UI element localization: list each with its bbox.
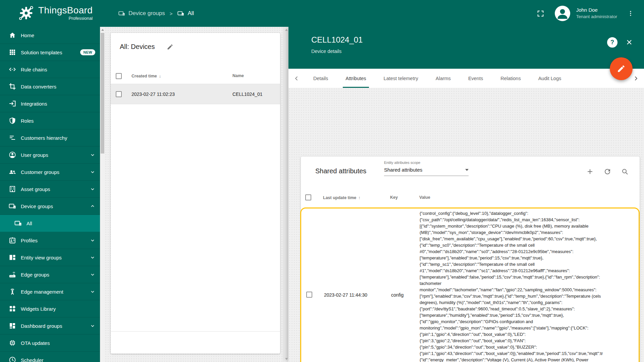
sidebar-item-device-groups-all[interactable]: All [0, 215, 100, 232]
sidebar-item-profiles[interactable]: Profiles [0, 232, 100, 249]
tab-details[interactable]: Details [305, 69, 337, 88]
attribute-last-update-time: 2023-02-27 11:44:30 [324, 292, 367, 298]
badge-icon [8, 236, 16, 244]
sidebar-item-solution-templates[interactable]: Solution templates NEW [0, 44, 100, 61]
breadcrumb-label: All [187, 10, 194, 17]
chevron-down-icon [90, 238, 95, 243]
row-checkbox[interactable] [116, 91, 122, 97]
fullscreen-icon[interactable] [536, 9, 545, 18]
edit-device-fab[interactable] [610, 57, 633, 80]
tab-latest-telemetry[interactable]: Latest telemetry [375, 69, 427, 88]
sidebar-item-entity-view-groups[interactable]: Entity view groups [0, 249, 100, 266]
sidebar-item-label: Data converters [21, 84, 95, 89]
scroll-up-arrow-icon[interactable] [285, 29, 288, 31]
breadcrumb-all[interactable]: All [177, 10, 194, 17]
chevron-down-icon [90, 272, 95, 277]
antenna-icon [8, 288, 16, 296]
sidebar-item-label: Profiles [21, 238, 90, 243]
device-table-row[interactable]: 2023-02-27 11:02:23 CELL1024_01 [111, 84, 280, 104]
sidebar-item-widgets-library[interactable]: Widgets Library [0, 300, 100, 317]
user-icon [8, 151, 16, 159]
dropdown-caret-icon [465, 169, 469, 171]
select-all-checkbox[interactable] [305, 194, 311, 200]
sidebar-item-edge-management[interactable]: Edge management [0, 283, 100, 300]
attributes-table-header: Last update time↑ Key Value [301, 188, 640, 207]
details-title: CELL1024_01 [311, 35, 363, 45]
sidebar-item-dashboard-groups[interactable]: Dashboard groups [0, 317, 100, 335]
home-icon [8, 31, 16, 39]
tab-audit-logs[interactable]: Audit Logs [530, 69, 570, 88]
sidebar-item-label: Customers hierarchy [21, 135, 95, 141]
sidebar-item-device-groups[interactable]: Device groups [0, 198, 100, 215]
column-last-update-time[interactable]: Last update time↑ [323, 195, 361, 200]
content-scrollbar[interactable] [284, 27, 288, 362]
sidebar-item-home[interactable]: Home [0, 27, 100, 44]
thingsboard-gear-icon [17, 4, 35, 22]
row-checkbox[interactable] [306, 292, 312, 298]
details-header: CELL1024_01 Device details ? [288, 27, 644, 69]
sidebar-item-label: User groups [21, 152, 90, 158]
tab-events[interactable]: Events [460, 69, 492, 88]
sidebar-item-customers-hierarchy[interactable]: Customers hierarchy [0, 129, 100, 146]
sidebar-item-asset-groups[interactable]: Asset groups [0, 181, 100, 198]
attribute-row-selected[interactable]: 2023-02-27 11:44:30 config {"control_con… [300, 207, 640, 362]
help-icon[interactable]: ? [607, 37, 618, 48]
pencil-icon [617, 64, 626, 73]
scroll-down-arrow-icon[interactable] [285, 358, 288, 360]
devices-icon [14, 219, 22, 227]
select-all-checkbox[interactable] [116, 73, 122, 79]
scope-value: Shared attributes [384, 167, 422, 173]
sidebar-item-edge-groups[interactable]: Edge groups [0, 266, 100, 283]
sidebar-scrollbar-thumb[interactable] [101, 33, 104, 154]
edit-group-pencil-icon[interactable] [167, 44, 173, 50]
avatar[interactable] [555, 6, 570, 21]
details-subtitle: Device details [311, 49, 341, 54]
thingsboard-logo[interactable]: ThingsBoard Professional [17, 4, 93, 22]
tab-attributes[interactable]: Attributes [337, 69, 375, 88]
breadcrumb-device-groups[interactable]: Device groups [118, 10, 165, 17]
sidebar-item-label: Widgets Library [21, 306, 95, 312]
attributes-scope-select[interactable]: Entity attributes scope Shared attribute… [384, 161, 469, 176]
entity-view-icon [8, 253, 16, 261]
sidebar-item-user-groups[interactable]: User groups [0, 146, 100, 164]
chevron-down-icon [90, 289, 95, 294]
devices-table-title: All: Devices [120, 43, 155, 51]
column-key[interactable]: Key [390, 195, 398, 200]
sidebar-scrollbar[interactable] [100, 27, 105, 362]
sidebar-item-customer-groups[interactable]: Customer groups [0, 164, 100, 181]
column-created-time[interactable]: Created time↓ [131, 73, 161, 78]
sidebar-item-data-converters[interactable]: Data converters [0, 78, 100, 95]
sidebar-item-label: Entity view groups [21, 255, 90, 260]
building-icon [8, 185, 16, 193]
add-attribute-icon[interactable] [586, 168, 594, 176]
sidebar-item-ota-updates[interactable]: OTA updates [0, 335, 100, 352]
column-value[interactable]: Value [419, 195, 430, 200]
scroll-up-arrow-icon[interactable] [101, 29, 104, 31]
search-icon[interactable] [621, 168, 629, 176]
device-groups-icon [118, 10, 125, 17]
tabs-scroll-left-icon[interactable] [288, 69, 305, 88]
chevron-down-icon [90, 186, 95, 192]
tab-relations[interactable]: Relations [492, 69, 529, 88]
sidebar-item-label: Roles [21, 118, 95, 124]
tab-alarms[interactable]: Alarms [427, 69, 460, 88]
widgets-icon [8, 305, 16, 313]
device-name: CELL1024_01 [232, 92, 263, 97]
sidebar-item-label: Solution templates [21, 50, 77, 55]
sidebar-item-label: Integrations [21, 101, 95, 107]
refresh-icon[interactable] [603, 168, 611, 176]
sidebar-item-label: Edge management [21, 289, 90, 295]
sidebar-item-scheduler[interactable]: Scheduler [0, 352, 100, 362]
new-badge: NEW [80, 49, 95, 55]
clock-icon [8, 356, 16, 362]
sidebar-item-integrations[interactable]: Integrations [0, 95, 100, 112]
devices-table-header: Created time↓ Name [111, 68, 280, 84]
attributes-card: Shared attributes Entity attributes scop… [301, 157, 640, 362]
router-icon [8, 270, 16, 279]
sidebar-item-label: Device groups [21, 203, 90, 209]
sidebar-item-roles[interactable]: Roles [0, 112, 100, 129]
close-icon[interactable] [625, 38, 633, 46]
column-name[interactable]: Name [232, 73, 244, 78]
sidebar-item-rule-chains[interactable]: Rule chains [0, 61, 100, 78]
kebab-menu-icon[interactable] [626, 8, 635, 19]
